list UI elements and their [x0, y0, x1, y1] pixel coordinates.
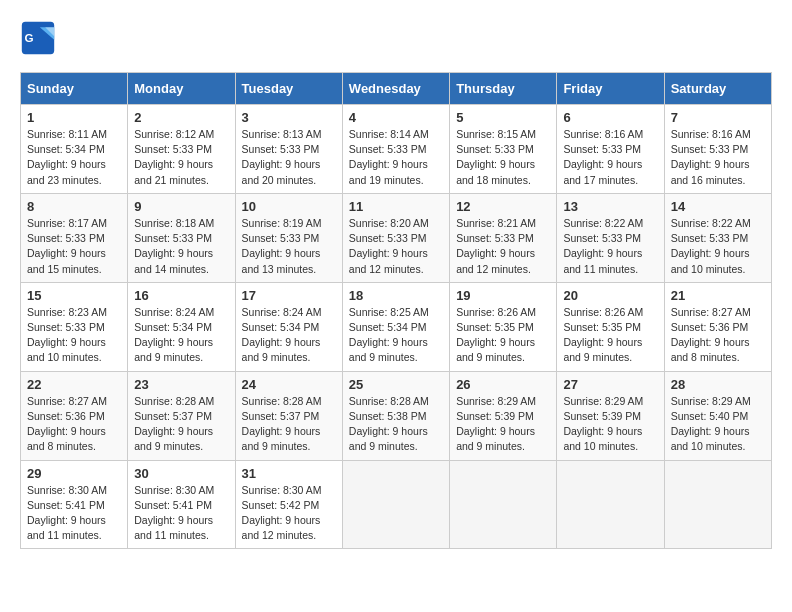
- daylight-label: Daylight: 9 hours and 9 minutes.: [242, 425, 321, 452]
- sunrise-label: Sunrise: 8:27 AM: [671, 306, 751, 318]
- daylight-label: Daylight: 9 hours and 9 minutes.: [563, 336, 642, 363]
- day-number: 7: [671, 110, 765, 125]
- day-number: 20: [563, 288, 657, 303]
- day-number: 9: [134, 199, 228, 214]
- day-number: 28: [671, 377, 765, 392]
- day-info: Sunrise: 8:30 AM Sunset: 5:42 PM Dayligh…: [242, 483, 336, 544]
- sunrise-label: Sunrise: 8:29 AM: [671, 395, 751, 407]
- col-friday: Friday: [557, 73, 664, 105]
- day-info: Sunrise: 8:30 AM Sunset: 5:41 PM Dayligh…: [27, 483, 121, 544]
- day-info: Sunrise: 8:17 AM Sunset: 5:33 PM Dayligh…: [27, 216, 121, 277]
- table-row: 17 Sunrise: 8:24 AM Sunset: 5:34 PM Dayl…: [235, 282, 342, 371]
- table-row: 3 Sunrise: 8:13 AM Sunset: 5:33 PM Dayli…: [235, 105, 342, 194]
- daylight-label: Daylight: 9 hours and 9 minutes.: [134, 425, 213, 452]
- sunset-label: Sunset: 5:34 PM: [134, 321, 212, 333]
- day-info: Sunrise: 8:16 AM Sunset: 5:33 PM Dayligh…: [671, 127, 765, 188]
- day-number: 14: [671, 199, 765, 214]
- sunrise-label: Sunrise: 8:30 AM: [242, 484, 322, 496]
- sunset-label: Sunset: 5:33 PM: [456, 232, 534, 244]
- daylight-label: Daylight: 9 hours and 20 minutes.: [242, 158, 321, 185]
- table-row: 7 Sunrise: 8:16 AM Sunset: 5:33 PM Dayli…: [664, 105, 771, 194]
- day-number: 30: [134, 466, 228, 481]
- sunrise-label: Sunrise: 8:25 AM: [349, 306, 429, 318]
- day-number: 2: [134, 110, 228, 125]
- col-tuesday: Tuesday: [235, 73, 342, 105]
- sunset-label: Sunset: 5:41 PM: [27, 499, 105, 511]
- sunrise-label: Sunrise: 8:17 AM: [27, 217, 107, 229]
- day-info: Sunrise: 8:14 AM Sunset: 5:33 PM Dayligh…: [349, 127, 443, 188]
- table-row: 6 Sunrise: 8:16 AM Sunset: 5:33 PM Dayli…: [557, 105, 664, 194]
- table-row: [664, 460, 771, 549]
- day-number: 17: [242, 288, 336, 303]
- daylight-label: Daylight: 9 hours and 13 minutes.: [242, 247, 321, 274]
- day-info: Sunrise: 8:18 AM Sunset: 5:33 PM Dayligh…: [134, 216, 228, 277]
- daylight-label: Daylight: 9 hours and 10 minutes.: [27, 336, 106, 363]
- logo: G: [20, 20, 60, 56]
- sunset-label: Sunset: 5:39 PM: [563, 410, 641, 422]
- daylight-label: Daylight: 9 hours and 14 minutes.: [134, 247, 213, 274]
- sunset-label: Sunset: 5:34 PM: [242, 321, 320, 333]
- table-row: 30 Sunrise: 8:30 AM Sunset: 5:41 PM Dayl…: [128, 460, 235, 549]
- sunset-label: Sunset: 5:33 PM: [349, 232, 427, 244]
- day-info: Sunrise: 8:26 AM Sunset: 5:35 PM Dayligh…: [456, 305, 550, 366]
- table-row: 8 Sunrise: 8:17 AM Sunset: 5:33 PM Dayli…: [21, 193, 128, 282]
- sunrise-label: Sunrise: 8:19 AM: [242, 217, 322, 229]
- daylight-label: Daylight: 9 hours and 8 minutes.: [671, 336, 750, 363]
- table-row: 10 Sunrise: 8:19 AM Sunset: 5:33 PM Dayl…: [235, 193, 342, 282]
- daylight-label: Daylight: 9 hours and 17 minutes.: [563, 158, 642, 185]
- sunrise-label: Sunrise: 8:22 AM: [671, 217, 751, 229]
- calendar-week-row: 15 Sunrise: 8:23 AM Sunset: 5:33 PM Dayl…: [21, 282, 772, 371]
- sunset-label: Sunset: 5:41 PM: [134, 499, 212, 511]
- day-number: 5: [456, 110, 550, 125]
- sunrise-label: Sunrise: 8:15 AM: [456, 128, 536, 140]
- sunset-label: Sunset: 5:38 PM: [349, 410, 427, 422]
- day-info: Sunrise: 8:28 AM Sunset: 5:37 PM Dayligh…: [134, 394, 228, 455]
- day-number: 19: [456, 288, 550, 303]
- col-wednesday: Wednesday: [342, 73, 449, 105]
- day-info: Sunrise: 8:20 AM Sunset: 5:33 PM Dayligh…: [349, 216, 443, 277]
- day-info: Sunrise: 8:26 AM Sunset: 5:35 PM Dayligh…: [563, 305, 657, 366]
- table-row: 15 Sunrise: 8:23 AM Sunset: 5:33 PM Dayl…: [21, 282, 128, 371]
- table-row: 5 Sunrise: 8:15 AM Sunset: 5:33 PM Dayli…: [450, 105, 557, 194]
- day-number: 6: [563, 110, 657, 125]
- day-info: Sunrise: 8:11 AM Sunset: 5:34 PM Dayligh…: [27, 127, 121, 188]
- svg-text:G: G: [25, 31, 34, 44]
- table-row: 16 Sunrise: 8:24 AM Sunset: 5:34 PM Dayl…: [128, 282, 235, 371]
- day-info: Sunrise: 8:29 AM Sunset: 5:39 PM Dayligh…: [456, 394, 550, 455]
- sunrise-label: Sunrise: 8:18 AM: [134, 217, 214, 229]
- sunrise-label: Sunrise: 8:28 AM: [242, 395, 322, 407]
- day-info: Sunrise: 8:21 AM Sunset: 5:33 PM Dayligh…: [456, 216, 550, 277]
- daylight-label: Daylight: 9 hours and 16 minutes.: [671, 158, 750, 185]
- sunset-label: Sunset: 5:33 PM: [563, 232, 641, 244]
- calendar-header-row: Sunday Monday Tuesday Wednesday Thursday…: [21, 73, 772, 105]
- sunrise-label: Sunrise: 8:21 AM: [456, 217, 536, 229]
- daylight-label: Daylight: 9 hours and 19 minutes.: [349, 158, 428, 185]
- sunset-label: Sunset: 5:36 PM: [27, 410, 105, 422]
- daylight-label: Daylight: 9 hours and 9 minutes.: [349, 336, 428, 363]
- sunset-label: Sunset: 5:42 PM: [242, 499, 320, 511]
- sunset-label: Sunset: 5:33 PM: [134, 143, 212, 155]
- sunset-label: Sunset: 5:39 PM: [456, 410, 534, 422]
- daylight-label: Daylight: 9 hours and 15 minutes.: [27, 247, 106, 274]
- table-row: 14 Sunrise: 8:22 AM Sunset: 5:33 PM Dayl…: [664, 193, 771, 282]
- daylight-label: Daylight: 9 hours and 23 minutes.: [27, 158, 106, 185]
- sunset-label: Sunset: 5:33 PM: [563, 143, 641, 155]
- sunset-label: Sunset: 5:37 PM: [242, 410, 320, 422]
- day-info: Sunrise: 8:30 AM Sunset: 5:41 PM Dayligh…: [134, 483, 228, 544]
- sunrise-label: Sunrise: 8:13 AM: [242, 128, 322, 140]
- table-row: 27 Sunrise: 8:29 AM Sunset: 5:39 PM Dayl…: [557, 371, 664, 460]
- sunrise-label: Sunrise: 8:14 AM: [349, 128, 429, 140]
- sunset-label: Sunset: 5:35 PM: [563, 321, 641, 333]
- sunrise-label: Sunrise: 8:24 AM: [134, 306, 214, 318]
- sunset-label: Sunset: 5:34 PM: [27, 143, 105, 155]
- sunrise-label: Sunrise: 8:16 AM: [671, 128, 751, 140]
- sunrise-label: Sunrise: 8:26 AM: [563, 306, 643, 318]
- daylight-label: Daylight: 9 hours and 11 minutes.: [563, 247, 642, 274]
- day-info: Sunrise: 8:28 AM Sunset: 5:37 PM Dayligh…: [242, 394, 336, 455]
- calendar-week-row: 22 Sunrise: 8:27 AM Sunset: 5:36 PM Dayl…: [21, 371, 772, 460]
- sunset-label: Sunset: 5:35 PM: [456, 321, 534, 333]
- table-row: 21 Sunrise: 8:27 AM Sunset: 5:36 PM Dayl…: [664, 282, 771, 371]
- sunrise-label: Sunrise: 8:30 AM: [134, 484, 214, 496]
- daylight-label: Daylight: 9 hours and 10 minutes.: [671, 425, 750, 452]
- calendar-week-row: 1 Sunrise: 8:11 AM Sunset: 5:34 PM Dayli…: [21, 105, 772, 194]
